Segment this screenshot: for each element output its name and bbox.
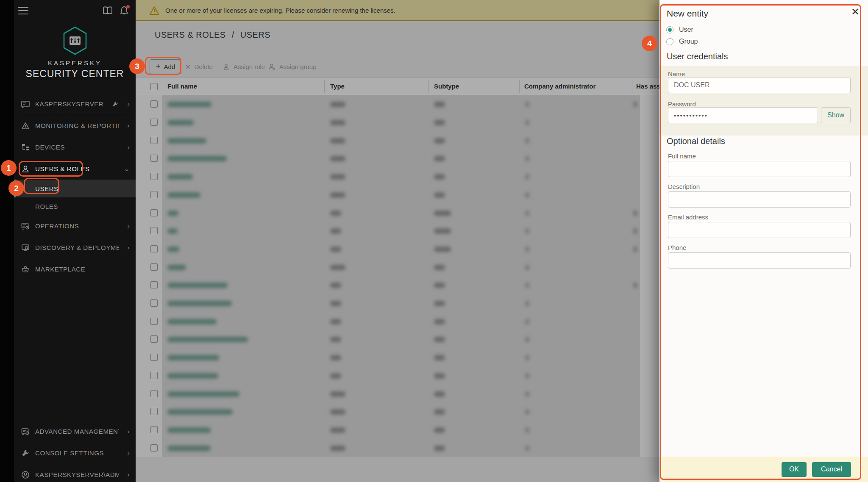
blurred-subtype: [434, 192, 445, 198]
blurred-type: [330, 174, 345, 180]
radio-user[interactable]: User: [666, 26, 693, 33]
column-header-company-administrator[interactable]: Company administrator: [524, 83, 595, 90]
full-name-input[interactable]: [668, 161, 851, 177]
sidebar-item-devices[interactable]: DEVICES ›: [14, 136, 136, 158]
radio-unselected-icon[interactable]: [666, 38, 673, 45]
column-divider[interactable]: [428, 80, 429, 93]
row-checkbox[interactable]: [150, 263, 158, 271]
chevron-down-icon[interactable]: ⌄: [124, 165, 130, 172]
row-checkbox[interactable]: [150, 137, 158, 144]
chevron-right-icon[interactable]: ›: [127, 471, 130, 478]
optional-details-heading: Optional details: [667, 136, 725, 146]
row-checkbox[interactable]: [150, 354, 158, 361]
radio-selected-icon[interactable]: [666, 26, 673, 33]
sidebar-item-console-settings[interactable]: CONSOLE SETTINGS ›: [14, 442, 136, 464]
chevron-right-icon[interactable]: ›: [127, 244, 130, 251]
column-divider[interactable]: [519, 80, 520, 93]
password-input[interactable]: [668, 107, 818, 123]
row-checkbox[interactable]: [150, 173, 158, 180]
blurred-has-assigned: [634, 228, 637, 234]
select-all-checkbox[interactable]: [150, 83, 158, 90]
hamburger-menu-icon[interactable]: [18, 7, 28, 14]
add-button[interactable]: + Add: [150, 59, 181, 74]
sidebar-item-marketplace[interactable]: MARKETPLACE: [14, 258, 136, 280]
blurred-subtype: [434, 156, 445, 161]
sidebar-item-account[interactable]: KASPERSKYSERVER\ADMINIS... ›: [14, 464, 136, 482]
column-divider[interactable]: [632, 80, 632, 93]
panel-footer: OK Cancel: [659, 457, 868, 482]
row-checkbox[interactable]: [150, 281, 158, 288]
blurred-user-name: [167, 337, 248, 342]
sidebar-item-label: MONITORING & REPORTING: [35, 122, 119, 129]
wrench-icon[interactable]: [112, 101, 119, 108]
sidebar-item-kasperskyserver[interactable]: KASPERSKYSERVER ›: [14, 93, 136, 115]
blurred-user-name: [167, 427, 211, 433]
product-logo: KASPERSKY SECURITY CENTER: [14, 24, 136, 80]
assign-role-button[interactable]: Assign role: [223, 59, 265, 74]
blurred-subtype: [434, 391, 445, 397]
sidebar-item-operations[interactable]: OPERATIONS ›: [14, 215, 136, 237]
sidebar-item-discovery-deployment[interactable]: DISCOVERY & DEPLOYMENT ›: [14, 237, 136, 258]
blurred-type: [330, 265, 345, 270]
row-checkbox[interactable]: [150, 119, 158, 126]
chevron-right-icon[interactable]: ›: [127, 449, 130, 457]
blurred-company-admin: [525, 211, 529, 216]
row-checkbox[interactable]: [150, 100, 158, 108]
row-checkbox[interactable]: [150, 155, 158, 162]
sidebar-item-label: KASPERSKYSERVER\ADMINIS...: [35, 471, 119, 478]
delete-button[interactable]: ✕ Delete: [185, 59, 213, 74]
sidebar-item-roles[interactable]: ROLES: [14, 197, 136, 215]
cancel-button[interactable]: Cancel: [812, 462, 851, 477]
row-checkbox[interactable]: [150, 299, 158, 307]
email-input[interactable]: [668, 222, 851, 238]
row-checkbox[interactable]: [150, 245, 158, 252]
blurred-subtype: [434, 373, 445, 379]
row-checkbox[interactable]: [150, 408, 158, 415]
chevron-right-icon[interactable]: ›: [127, 428, 130, 435]
blurred-user-name: [167, 138, 206, 144]
notifications-bell-icon[interactable]: [120, 6, 129, 15]
plus-icon: +: [156, 62, 161, 71]
column-header-subtype[interactable]: Subtype: [434, 83, 459, 90]
blurred-company-admin: [525, 283, 529, 288]
documentation-book-icon[interactable]: [103, 6, 113, 15]
sidebar-item-users[interactable]: USERS: [14, 180, 136, 197]
blurred-type: [330, 211, 341, 216]
radio-user-label: User: [679, 26, 693, 33]
row-checkbox[interactable]: [150, 191, 158, 198]
blurred-company-admin: [525, 355, 529, 360]
chevron-right-icon[interactable]: ›: [127, 222, 130, 230]
blurred-subtype: [434, 120, 445, 125]
column-header-has-assigned[interactable]: Has assi: [636, 83, 662, 90]
row-checkbox[interactable]: [150, 426, 158, 433]
row-checkbox[interactable]: [150, 335, 158, 343]
phone-input[interactable]: [668, 252, 851, 269]
row-checkbox[interactable]: [150, 372, 158, 379]
column-header-full-name[interactable]: Full name: [167, 83, 197, 90]
description-input[interactable]: [668, 191, 851, 208]
sidebar-item-advanced-management[interactable]: ADVANCED MANAGEMENT ›: [14, 421, 136, 442]
radio-group[interactable]: Group: [666, 38, 698, 45]
column-divider[interactable]: [324, 80, 325, 93]
sidebar-item-users-roles[interactable]: USERS & ROLES ⌄: [14, 158, 136, 180]
ok-button[interactable]: OK: [782, 462, 807, 477]
blurred-user-list: [162, 95, 640, 457]
name-input[interactable]: [668, 77, 851, 93]
row-checkbox[interactable]: [150, 209, 158, 216]
close-icon[interactable]: ✕: [851, 7, 860, 17]
chevron-right-icon[interactable]: ›: [127, 144, 130, 151]
chevron-right-icon[interactable]: ›: [127, 100, 130, 108]
sidebar-item-monitoring-reporting[interactable]: MONITORING & REPORTING ›: [14, 115, 136, 136]
blurred-type: [330, 120, 345, 125]
blurred-company-admin: [525, 427, 529, 433]
row-checkbox[interactable]: [150, 227, 158, 234]
row-checkbox[interactable]: [150, 444, 158, 452]
row-checkbox[interactable]: [150, 390, 158, 397]
column-header-type[interactable]: Type: [330, 83, 345, 90]
blurred-has-assigned: [634, 211, 637, 216]
assign-group-button[interactable]: Assign group: [268, 59, 317, 74]
chevron-right-icon[interactable]: ›: [127, 122, 130, 129]
show-password-button[interactable]: Show: [821, 107, 851, 123]
breadcrumb-section[interactable]: USERS & ROLES: [155, 30, 226, 40]
row-checkbox[interactable]: [150, 318, 158, 325]
